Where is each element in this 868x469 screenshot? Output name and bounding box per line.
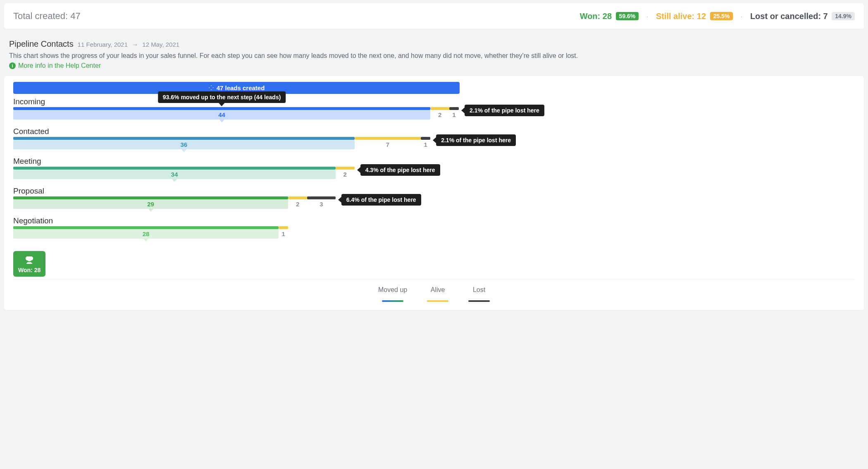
bar-moved-top[interactable] [13, 137, 355, 140]
stage-bars: 3424.3% of the pipe lost here [13, 167, 460, 183]
won-result-badge: Won: 28 [13, 251, 45, 277]
total-created-value: 47 [70, 11, 80, 21]
lost-tooltip: 2.1% of the pipe lost here [436, 134, 516, 146]
bar-moved-value: 28 [143, 230, 150, 237]
stage-name: Negotiation [13, 215, 460, 226]
bar-alive[interactable]: 2 [430, 110, 449, 120]
bar-moved-top[interactable] [13, 167, 336, 170]
chart-description: This chart shows the progress of your le… [9, 51, 859, 60]
connector-notch-icon [172, 179, 177, 182]
bar-lost-top[interactable] [307, 196, 336, 199]
funnel-stage: Negotiation281 [13, 215, 460, 243]
separator-dot: · [740, 12, 743, 21]
chart-title: Pipeline Contacts [9, 39, 74, 48]
trophy-icon [24, 255, 34, 265]
alive-value: 12 [697, 12, 706, 21]
summary-bar: Total created: 47 Won: 28 59.6% · Still … [4, 3, 864, 29]
bar-lost-value: 1 [424, 141, 427, 148]
connector-notch-icon [219, 120, 224, 122]
bar-moved[interactable]: 36 [13, 140, 355, 149]
bar-moved[interactable]: 29 [13, 199, 288, 209]
bar-lost-value: 1 [452, 111, 455, 118]
lost-tooltip: 6.4% of the pipe lost here [341, 194, 421, 206]
bar-alive-value: 2 [438, 111, 441, 118]
bar-lost[interactable]: 3 [307, 199, 336, 209]
stage-bars: 442193.6% moved up to the next step (44 … [13, 107, 460, 124]
bar-lost[interactable]: 1 [449, 110, 459, 120]
bar-alive-value: 2 [296, 201, 299, 208]
bar-lost[interactable]: 1 [421, 140, 430, 149]
legend-line-icon [468, 300, 490, 302]
won-pct-badge: 59.6% [616, 12, 639, 20]
bar-alive-top[interactable] [355, 137, 421, 140]
separator-dot: · [646, 12, 649, 21]
won-label: Won: [580, 12, 601, 21]
funnel-stage: Contacted36712.1% of the pipe lost here [13, 126, 460, 153]
bar-lost-top[interactable] [449, 107, 459, 110]
bar-alive-top[interactable] [279, 226, 288, 229]
bar-moved-top[interactable] [13, 196, 288, 199]
total-created-label: Total created: [13, 11, 68, 21]
banner-text: 47 leads created [217, 84, 265, 91]
funnel-chart: 47 leads created Incoming442193.6% moved… [4, 76, 864, 311]
won-badge-text: Won: 28 [18, 267, 41, 273]
bar-alive[interactable]: 2 [288, 199, 307, 209]
stage-bars: 36712.1% of the pipe lost here [13, 137, 460, 153]
stage-bars: 281 [13, 226, 460, 243]
bar-alive-top[interactable] [336, 167, 355, 170]
date-from: 11 February, 2021 [78, 41, 128, 48]
connector-notch-icon [181, 149, 186, 152]
date-to: 12 May, 2021 [142, 41, 179, 48]
summary-won: Won: 28 59.6% [580, 12, 639, 21]
stages-container: Incoming442193.6% moved up to the next s… [13, 96, 460, 243]
bar-alive-top[interactable] [288, 196, 307, 199]
total-created: Total created: 47 [13, 11, 81, 22]
bar-moved-value: 44 [218, 111, 225, 118]
funnel-stage: Meeting3424.3% of the pipe lost here [13, 156, 460, 183]
expand-icon [208, 85, 214, 91]
funnel-stage: Proposal29236.4% of the pipe lost here [13, 186, 460, 213]
legend-line-icon [427, 300, 448, 302]
lost-pct-badge: 14.9% [832, 12, 855, 20]
bar-moved-top[interactable] [13, 107, 430, 110]
bar-moved-value: 29 [147, 201, 154, 208]
bar-moved[interactable]: 28 [13, 229, 279, 239]
lost-tooltip: 4.3% of the pipe lost here [360, 164, 440, 176]
help-link-text: More info in the Help Center [18, 62, 101, 69]
legend-line-icon [382, 300, 403, 302]
bar-alive[interactable]: 2 [336, 170, 355, 179]
bar-alive[interactable]: 7 [355, 140, 421, 149]
summary-alive: Still alive: 12 25.5% [656, 12, 733, 21]
bar-moved[interactable]: 44 [13, 110, 430, 120]
bar-moved-value: 36 [181, 141, 188, 148]
arrow-right-icon: → [132, 41, 138, 48]
won-value: 28 [603, 12, 612, 21]
lost-tooltip: 2.1% of the pipe lost here [465, 105, 544, 116]
connector-notch-icon [148, 209, 153, 212]
summary-lost: Lost or cancelled: 7 14.9% [750, 12, 855, 21]
moved-tooltip: 93.6% moved up to the next step (44 lead… [158, 91, 286, 103]
bar-moved[interactable]: 34 [13, 170, 336, 179]
bar-alive-value: 2 [343, 171, 347, 178]
alive-pct-badge: 25.5% [710, 12, 733, 20]
chart-header: Pipeline Contacts 11 February, 2021 → 12… [0, 33, 868, 73]
bar-alive-top[interactable] [430, 107, 449, 110]
stage-name: Contacted [13, 126, 460, 137]
connector-notch-icon [143, 239, 148, 242]
bar-alive-value: 1 [281, 230, 285, 237]
funnel-stage: Incoming442193.6% moved up to the next s… [13, 96, 460, 124]
bar-moved-top[interactable] [13, 226, 279, 229]
legend-alive[interactable]: Alive [427, 285, 448, 302]
help-center-link[interactable]: i More info in the Help Center [9, 62, 101, 69]
date-range: 11 February, 2021 → 12 May, 2021 [78, 41, 180, 48]
bar-lost-value: 3 [320, 201, 323, 208]
legend-lost[interactable]: Lost [468, 285, 490, 302]
bar-moved-value: 34 [171, 171, 178, 178]
bar-alive[interactable]: 1 [279, 229, 288, 239]
stage-bars: 29236.4% of the pipe lost here [13, 196, 460, 213]
legend-moved-up[interactable]: Moved up [378, 285, 407, 302]
alive-label: Still alive: [656, 12, 694, 21]
bar-lost-top[interactable] [421, 137, 430, 140]
chart-legend: Moved up Alive Lost [13, 279, 855, 306]
summary-stats: Won: 28 59.6% · Still alive: 12 25.5% · … [580, 12, 855, 21]
